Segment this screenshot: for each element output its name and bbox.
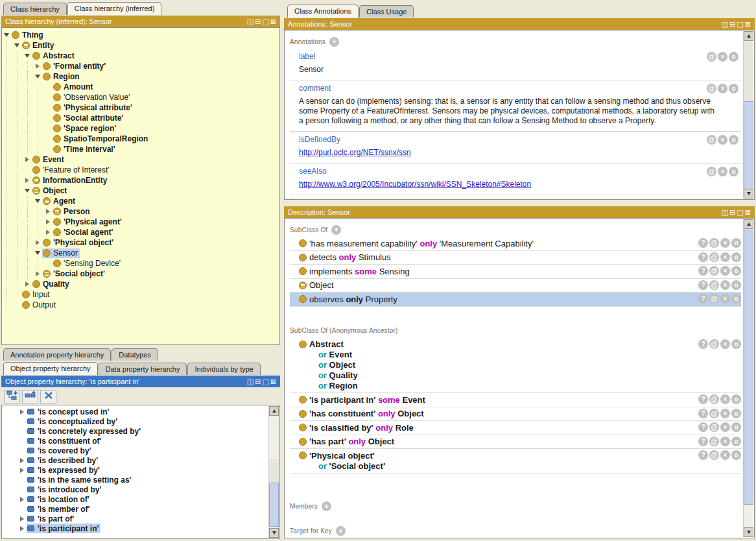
expand-arrow-icon[interactable] (33, 64, 42, 69)
description-row[interactable]: 'has part' only Object?@×o (290, 435, 741, 450)
list-item[interactable]: 'is introduced by' (2, 485, 279, 494)
tree-item[interactable]: SpatioTemporalRegion (2, 134, 279, 144)
list-item-label-wrap[interactable]: 'is in the same setting as' (27, 475, 133, 485)
tab-class-hierarchy-inferred[interactable]: Class hierarchy (inferred) (67, 2, 161, 15)
tree-item-label-wrap[interactable]: Region (42, 72, 82, 82)
annotate-button[interactable]: @ (709, 422, 719, 432)
description-row[interactable]: 'has measurement capability' only 'Measu… (290, 237, 741, 251)
collapse-arrow-icon[interactable] (23, 54, 32, 58)
explain-button[interactable]: ? (698, 252, 708, 262)
tree-item-label-wrap[interactable]: Object (32, 186, 69, 196)
list-item-label-wrap[interactable]: 'is concept used in' (27, 407, 111, 416)
add-members-button[interactable]: + (322, 501, 331, 511)
tree-item-label-wrap[interactable]: Output (21, 300, 58, 310)
explain-button[interactable]: ? (698, 422, 708, 432)
tree-item[interactable]: 'Formal entity' (2, 61, 279, 71)
tree-item-label-wrap[interactable]: 'Time interval' (53, 145, 117, 154)
collapse-arrow-icon[interactable] (33, 75, 42, 78)
delete-button[interactable]: × (718, 52, 727, 62)
tree-item-label-wrap[interactable]: Amount (53, 82, 95, 92)
close-icon[interactable]: ⊠ (270, 378, 276, 385)
tab-object-property-hierarchy[interactable]: Object property hierarchy (3, 362, 98, 375)
edit-button[interactable]: o (731, 422, 741, 432)
scroll-up-button[interactable] (744, 219, 753, 229)
annotation-link[interactable]: http://www.w3.org/2005/Incubator/ssn/wik… (299, 180, 720, 189)
list-item-label-wrap[interactable]: 'is concretely expressed by' (27, 426, 143, 436)
delete-button[interactable]: × (718, 135, 727, 145)
edit-button[interactable]: o (731, 266, 741, 276)
tree-item-label-wrap[interactable]: 'Social attribute' (53, 114, 125, 123)
annotate-button[interactable]: @ (709, 394, 719, 404)
scrollbar-track[interactable] (269, 459, 279, 483)
tree-item[interactable]: Entity (2, 40, 279, 51)
list-item[interactable]: 'is concept used in' (2, 407, 279, 416)
expand-arrow-icon[interactable] (33, 271, 42, 276)
tree-item[interactable]: 'Social object' (2, 269, 279, 279)
tree-item-label-wrap[interactable]: Entity (21, 41, 56, 51)
tree-item-label-wrap[interactable]: 'Physical object' (42, 238, 115, 248)
tab-individuals-by-type[interactable]: Individuals by type (187, 363, 261, 375)
tree-item-label-wrap[interactable]: Sensor (42, 248, 80, 258)
expand-arrow-icon[interactable] (18, 468, 27, 473)
list-item-label-wrap[interactable]: 'is part of' (27, 514, 76, 523)
scroll-down-button[interactable] (744, 189, 753, 198)
float-icon[interactable]: □ (262, 18, 268, 25)
description-row[interactable]: Object?@×o (290, 279, 741, 293)
tab-datatypes[interactable]: Datatypes (112, 348, 158, 361)
edit-button[interactable]: o (731, 409, 741, 418)
list-item[interactable]: 'is expressed by' (2, 465, 279, 475)
delete-button[interactable]: × (720, 450, 730, 460)
edit-button[interactable]: o (731, 339, 741, 349)
annotate-button[interactable]: @ (709, 437, 719, 446)
add-sub-property-button[interactable] (22, 390, 38, 403)
description-row[interactable]: 'is participant in' some Event?@×o (290, 393, 741, 407)
expand-arrow-icon[interactable] (43, 219, 53, 224)
scrollbar-thumb[interactable] (744, 101, 753, 191)
tree-item[interactable]: InformationEntity (2, 175, 279, 186)
tree-item[interactable]: Object (2, 186, 279, 196)
close-icon[interactable]: ⊠ (745, 21, 751, 28)
expand-arrow-icon[interactable] (18, 516, 27, 522)
expand-arrow-icon[interactable] (43, 230, 53, 235)
description-row[interactable]: Abstractor Eventor Objector Qualityor Re… (290, 338, 741, 394)
tree-item-label-wrap[interactable]: 'Physical agent' (53, 217, 124, 227)
list-item[interactable]: 'is conceptualized by' (2, 416, 279, 426)
tab-data-property-hierarchy[interactable]: Data property hierarchy (99, 363, 187, 375)
description-row[interactable]: detects only Stimulus?@×o (290, 251, 741, 265)
edit-button[interactable]: o (729, 52, 738, 62)
tree-item[interactable]: Quality (2, 279, 279, 289)
tab-class-hierarchy[interactable]: Class hierarchy (3, 3, 67, 15)
tree-item[interactable]: 'Space region' (2, 123, 279, 134)
annotation-property[interactable]: label (299, 52, 315, 61)
collapse-arrow-icon[interactable] (33, 199, 42, 203)
explain-button[interactable]: ? (698, 394, 708, 404)
expand-arrow-icon[interactable] (18, 497, 27, 502)
tree-item[interactable]: 'Sensing Device' (2, 258, 279, 269)
annotate-button[interactable]: @ (707, 167, 716, 176)
annotation-link[interactable]: http://purl.oclc.org/NET/ssnx/ssn (299, 148, 720, 158)
tree-item-label-wrap[interactable]: 'Physical attribute' (53, 103, 134, 113)
explain-button[interactable]: ? (698, 266, 708, 276)
property-list-scrollbar[interactable] (268, 406, 279, 538)
delete-button[interactable]: × (720, 238, 730, 248)
tab-annotation-property-hierarchy[interactable]: Annotation property hierarchy (3, 348, 111, 361)
annotation-property[interactable]: isDefinedBy (299, 135, 340, 144)
tree-item[interactable]: 'Physical agent' (2, 217, 279, 227)
tree-item-label-wrap[interactable]: 'Sensing Device' (53, 259, 123, 269)
tree-item-label-wrap[interactable]: 'Observation Value' (53, 93, 132, 102)
tree-item-label-wrap[interactable]: InformationEntity (32, 176, 109, 186)
edit-button[interactable]: o (729, 84, 738, 93)
expand-arrow-icon[interactable] (23, 282, 32, 287)
explain-button[interactable]: ? (698, 280, 708, 290)
tree-item[interactable]: Amount (2, 82, 279, 92)
tree-item[interactable]: Person (2, 206, 279, 217)
collapse-arrow-icon[interactable] (23, 189, 32, 193)
tree-item[interactable]: 'Feature of Interest' (2, 165, 279, 175)
scroll-up-button[interactable] (269, 406, 279, 416)
tree-item[interactable]: 'Physical attribute' (2, 102, 279, 113)
tree-item[interactable]: Output (2, 300, 279, 310)
description-row[interactable]: observes only Property?@×o (290, 293, 741, 307)
list-item[interactable]: 'is member of' (2, 504, 279, 514)
expand-arrow-icon[interactable] (18, 458, 27, 463)
tree-item-label-wrap[interactable]: Person (53, 207, 92, 217)
